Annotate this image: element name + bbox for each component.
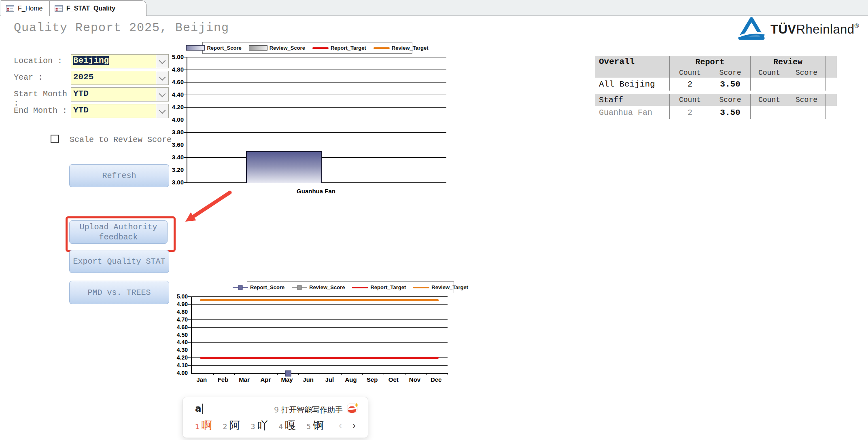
legend-label: Review_Target [392,45,429,51]
axis-tick [188,319,191,320]
month-label: Sep [361,376,383,383]
gridline [187,107,446,108]
axis-tick [188,296,191,297]
ime-next-page-arrow[interactable]: › [352,421,356,430]
review-score-header: Score [788,68,826,78]
month-label: Jan [191,376,212,383]
legend-item: Report_Target [352,284,406,290]
Report_Target-line [200,357,439,359]
axis-tick [184,82,187,82]
start-month-combobox[interactable]: YTD [71,87,169,102]
f-stat-quality-window: F_Home F_STAT_Quality Quality Report 202… [0,0,868,440]
axis-tick [213,373,214,375]
staff-report-count: 2 [670,106,710,119]
y-tick-label: 4.00 [164,370,188,376]
line-chart-plot [191,296,448,374]
report-score-bar [246,151,322,184]
ime-candidate-2[interactable]: 2阿 [223,418,240,433]
month-label: Nov [404,376,426,383]
review-count-header: Count [751,68,788,78]
y-tick-label: 4.60 [164,324,188,330]
legend-item: Review_Score [249,45,305,51]
gridline [192,296,448,297]
month-label: Feb [212,376,234,383]
Report_Target-swatch [352,287,368,288]
chart-legend: Report_ScoreReview_ScoreReport_TargetRev… [247,281,454,293]
end-month-label: End Month : [14,106,74,115]
legend-label: Report_Score [250,284,284,290]
review-group-header: Review [751,56,826,68]
gridline [192,342,448,343]
axis-tick [448,373,448,375]
legend-label: Report_Target [370,284,406,290]
y-tick-label: 4.20 [162,104,184,110]
y-tick-label: 4.40 [162,91,184,98]
scale-to-review-checkbox[interactable] [51,135,59,143]
y-tick-label: 5.00 [164,293,188,300]
legend-label: Review_Score [270,45,305,51]
gridline [187,132,446,133]
y-tick-label: 4.40 [164,339,188,345]
axis-tick [188,350,191,350]
legend-item: Review_Score [292,284,345,290]
staff-review-count [751,106,788,119]
month-label: Aug [340,376,362,383]
location-combobox[interactable]: Beijing [71,54,169,68]
legend-item: Report_Target [312,45,366,51]
assistant-label: 打开智能写作助手 [281,405,343,414]
ime-prev-page-arrow[interactable]: ‹ [339,421,342,430]
overall-header: Overall [595,56,670,78]
end-month-value: YTD [71,104,156,118]
report-count-header: Count [670,94,710,106]
axis-tick [184,132,187,133]
review-count-header: Count [751,94,788,106]
tab-label: F_STAT_Quality [66,5,115,12]
bar-chart-plot [187,57,446,183]
legend-item: Review_Target [374,45,429,51]
top-chart: Report_ScoreReview_ScoreReport_TargetRev… [162,40,453,202]
gridline [192,335,448,335]
y-tick-label: 5.00 [162,53,184,60]
tuv-rheinland-logo: TÜVRheinland® [737,16,859,43]
legend-item: Review_Target [413,284,468,290]
year-combobox[interactable]: 2025 [71,71,169,85]
axis-tick [188,358,191,358]
axis-tick [188,342,191,343]
axis-tick [405,373,405,375]
axis-tick [184,145,187,145]
ime-assistant-link[interactable]: 9打开智能写作助手 [274,405,343,415]
y-tick-label: 4.80 [164,309,188,315]
assistant-shortcut-number: 9 [274,405,279,414]
gridline [187,70,446,70]
gridline [187,120,446,120]
tab-f-stat-quality[interactable]: F_STAT_Quality [49,0,146,16]
overall-row-label: All Beijing [595,78,670,91]
tuv-triangle-icon [737,16,766,43]
chart-legend: Report_ScoreReview_ScoreReport_TargetRev… [202,42,412,54]
upload-authority-feedback-button[interactable]: Upload Authority feedback [69,220,168,244]
ime-candidate-list: 1啊 2阿 3吖 4嘎 5锕 [195,418,324,433]
gridline [187,57,446,57]
month-label: Oct [383,376,404,383]
pmd-vs-trees-button[interactable]: PMD vs. TREES [69,281,169,304]
end-month-combobox[interactable]: YTD [71,104,169,118]
ime-candidate-4[interactable]: 4嘎 [278,418,296,433]
logo-rheinland: Rheinland [796,22,855,36]
year-label: Year : [14,73,74,82]
axis-tick [184,95,187,95]
refresh-button[interactable]: Refresh [69,164,169,187]
ime-candidate-5[interactable]: 5锕 [306,418,324,433]
ime-popup: a 9打开智能写作助手 1啊 2阿 3吖 4嘎 5锕 ‹ › [183,397,368,438]
staff-row-label: Guanhua Fan [595,106,670,119]
tab-label: F_Home [18,5,42,12]
gridline [192,319,448,320]
axis-tick [362,373,363,375]
export-quality-stat-button[interactable]: Export Quality STAT [69,250,169,273]
y-tick-label: 3.20 [162,166,184,173]
legend-item: Report_Score [186,45,241,51]
staff-report-score: 3.50 [710,106,751,119]
tab-bar: F_Home F_STAT_Quality [0,0,868,16]
Report_Score-marker [285,370,291,377]
ime-candidate-3[interactable]: 3吖 [251,418,268,433]
ime-candidate-1[interactable]: 1啊 [195,418,212,433]
